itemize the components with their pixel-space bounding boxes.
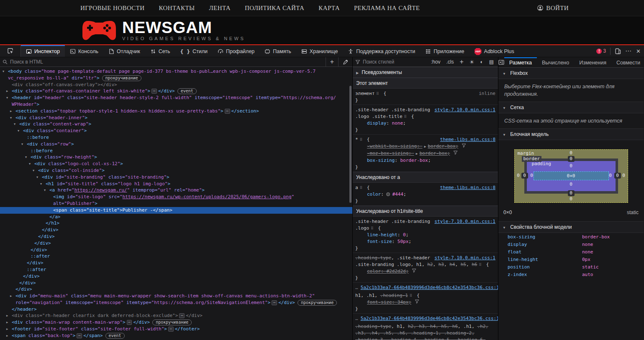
boxmodel-prop-row[interactable]: z-indexauto xyxy=(498,271,644,278)
tab-computed[interactable]: Вычислено xyxy=(537,57,574,67)
error-badge[interactable]: ! 3 xyxy=(596,48,606,54)
css-declaration[interactable]: -webkit-box-sizing: ▶border-box; xyxy=(355,143,495,150)
filter-funnel-icon[interactable] xyxy=(415,299,419,304)
grid-section-header[interactable]: ▼ Сетка xyxy=(498,102,644,113)
markup-line[interactable]: </div> xyxy=(0,286,352,293)
tab-console[interactable]: Консоль xyxy=(65,45,103,57)
collapsed-ellipsis-chip[interactable]: ⋯ xyxy=(225,109,230,114)
collapsed-ellipsis-chip[interactable]: ⋯ xyxy=(127,320,132,325)
boxmodel-content-box[interactable]: 0×0 xyxy=(534,171,609,180)
expand-arrow-icon[interactable]: ▶ xyxy=(6,313,12,320)
boxmodel-section-header[interactable]: ▼ Блочная модель xyxy=(498,129,644,140)
markup-line[interactable]: </h1> xyxy=(0,220,352,227)
node-badge[interactable]: event xyxy=(177,88,197,94)
markup-search-input[interactable]: Поиск в HTML xyxy=(10,59,323,65)
drag-handle-icon[interactable]: ⠿ xyxy=(360,186,363,190)
tab-compatibility[interactable]: Совмести xyxy=(611,57,644,67)
collapsed-ellipsis-chip[interactable]: ⋯ xyxy=(179,313,185,318)
color-swatch[interactable] xyxy=(386,192,390,196)
expand-arrow-icon[interactable]: ▼ xyxy=(33,168,38,174)
tab-inspector[interactable]: Инспектор xyxy=(21,45,65,57)
sidebar-toggle-button[interactable] xyxy=(498,57,504,67)
logo-text[interactable]: NEWSGAM VIDEO GAMES REVIEWS & NEWS xyxy=(122,20,245,41)
tab-changes[interactable]: Изменения xyxy=(574,57,611,67)
nav-item-news[interactable]: ИГРОВЫЕ НОВОСТИ xyxy=(80,5,145,12)
markup-line[interactable]: ::after xyxy=(0,266,352,273)
filter-funnel-icon[interactable] xyxy=(453,151,458,155)
login-button[interactable]: ВОЙТИ xyxy=(537,5,569,12)
markup-line[interactable]: </div> xyxy=(0,260,352,266)
markup-line[interactable]: ▼<div class="container"> xyxy=(0,128,352,134)
rules-section-header[interactable]: Этот элемент xyxy=(353,78,498,89)
css-declaration[interactable]: color: #444; xyxy=(355,191,495,198)
markup-line[interactable]: </a> xyxy=(0,214,352,220)
markup-line[interactable]: ::after xyxy=(0,253,352,260)
markup-line[interactable]: </div> xyxy=(0,233,352,240)
markup-line[interactable]: ▶<div class="rh-header clearfix dark def… xyxy=(0,312,352,319)
markup-line[interactable]: ▼<div class="col-inside"> xyxy=(0,167,352,174)
stylesheet-link[interactable]: style-7.10.0.min.css:1 xyxy=(434,218,495,225)
nav-item-feed[interactable]: ЛЕНТА xyxy=(209,5,231,12)
flexbox-section-header[interactable]: ▼ Flexbox xyxy=(498,68,644,79)
markup-line[interactable]: ▶<footer id="site-footer" class="site-fo… xyxy=(0,326,352,332)
padding-right-value[interactable]: 0 xyxy=(606,173,616,178)
padding-top-value[interactable]: 0 xyxy=(566,163,576,169)
expand-arrow-icon[interactable]: ▼ xyxy=(6,95,12,102)
boxmodel-prop-row[interactable]: floatnone xyxy=(498,248,644,256)
markup-line[interactable]: ▶<section class="topbar topbar-style-1 h… xyxy=(0,108,352,115)
markup-line[interactable]: ▶<div class="main-wrap content-main-wrap… xyxy=(0,319,352,326)
expand-arrow-icon[interactable]: ▼ xyxy=(36,174,42,181)
markup-line[interactable]: </div> xyxy=(0,247,352,253)
css-declaration[interactable]: -moz-box-sizing: ▶border-box; xyxy=(355,150,495,157)
tab-accessibility[interactable]: Поддержка доступности xyxy=(343,45,420,57)
expand-arrow-icon[interactable]: ▶ xyxy=(6,333,12,340)
nav-item-contacts[interactable]: КОНТАКТЫ xyxy=(159,5,195,12)
markup-line[interactable]: ▼<header id="header" class="site-header … xyxy=(0,95,352,101)
boxmodel-props-header[interactable]: ▼ Свойства блочной модели xyxy=(498,222,644,233)
markup-line[interactable]: <div class="off-canvas-overlay"></div> xyxy=(0,82,352,88)
expand-arrow-icon[interactable]: ▶ xyxy=(416,152,418,156)
node-badge[interactable]: прокручивание xyxy=(102,75,141,81)
expand-arrow-icon[interactable]: ▼ xyxy=(25,154,31,161)
eyedropper-button[interactable] xyxy=(341,59,350,65)
margin-bottom-value[interactable]: 0 xyxy=(566,196,576,202)
markup-line[interactable]: ▶<span class="back-top">⋯</span>event xyxy=(0,332,352,339)
css-declaration[interactable]: display: none; xyxy=(355,120,495,127)
expand-arrow-icon[interactable]: ▶ xyxy=(6,326,12,333)
add-node-button[interactable]: + xyxy=(328,59,336,65)
tab-debugger[interactable]: Отладчик xyxy=(103,45,145,57)
padding-left-value[interactable]: 0 xyxy=(527,173,537,178)
rules-section-header[interactable]: Унаследовано от a xyxy=(353,172,498,183)
markup-line[interactable]: ::before xyxy=(0,148,352,154)
markup-line[interactable]: </div> xyxy=(0,273,352,280)
expand-arrow-icon[interactable]: ▼ xyxy=(21,141,27,148)
markup-line[interactable]: ▼<div class="content-wrap"> xyxy=(0,121,352,128)
light-scheme-icon[interactable]: ☀ xyxy=(468,59,476,65)
markup-line[interactable]: ▶<div id="menu-main" class="menu main-me… xyxy=(0,293,352,299)
stylesheet-link[interactable]: 5a2c1b33ea7-664b4839996d3de46cb8c42e3543… xyxy=(361,316,498,321)
dark-scheme-icon[interactable]: ◐ xyxy=(478,59,485,65)
class-toggle[interactable]: .cls xyxy=(444,59,455,65)
expand-arrow-icon[interactable]: ▶ xyxy=(10,108,15,115)
tab-network[interactable]: Сеть xyxy=(145,45,175,57)
nav-item-policy[interactable]: ПОЛИТИКА САЙТА xyxy=(245,5,304,12)
border-top-value[interactable]: 0 xyxy=(568,156,575,162)
close-devtools-button[interactable]: ✕ xyxy=(636,48,641,54)
rules-search-input[interactable]: Поиск стилей xyxy=(363,59,427,65)
tab-storage[interactable]: Хранилище xyxy=(296,45,343,57)
markup-line[interactable]: </div> xyxy=(0,280,352,286)
markup-line[interactable]: ▼<div class="logo-col col-xs-12"> xyxy=(0,161,352,167)
node-badge[interactable]: event xyxy=(105,333,125,339)
expand-arrow-icon[interactable]: ▶ xyxy=(424,145,426,148)
node-badge[interactable]: прокручивание xyxy=(298,300,337,306)
drag-handle-icon[interactable]: ⠿ xyxy=(404,115,407,119)
markup-line[interactable]: ▼<a href="https://newsgam.ru/" itemprop=… xyxy=(0,187,352,194)
drag-handle-icon[interactable]: ⠿ xyxy=(376,92,379,96)
expand-arrow-icon[interactable]: ▶ xyxy=(10,293,15,300)
nav-item-ads[interactable]: РЕКЛАМА НА САЙТЕ xyxy=(354,5,420,12)
markup-line[interactable]: WPHeader"> xyxy=(0,101,352,108)
rules-section-header[interactable]: ▶Псевдоэлементы xyxy=(353,67,498,78)
tab-profiler[interactable]: Профайлер xyxy=(213,45,259,57)
expand-arrow-icon[interactable]: ▼ xyxy=(40,181,46,188)
markup-line[interactable]: ::before xyxy=(0,134,352,141)
